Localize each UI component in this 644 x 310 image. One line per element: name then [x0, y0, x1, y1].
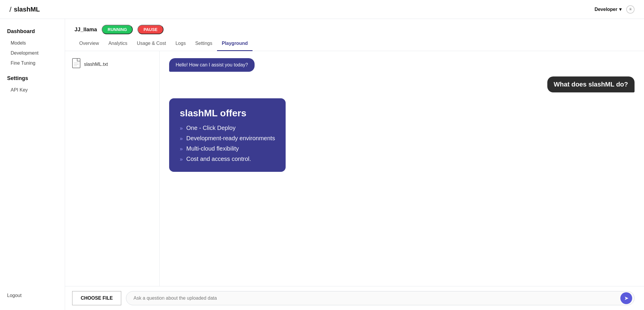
list-item: » One - Click Deploy: [180, 125, 275, 131]
bullet-icon: »: [180, 125, 183, 131]
chat-input[interactable]: [126, 291, 635, 305]
theme-toggle-button[interactable]: ☀: [626, 5, 635, 14]
tabs-nav: Overview Analytics Usage & Cost Logs Set…: [65, 37, 644, 51]
list-item-text: One - Click Deploy: [186, 125, 236, 131]
tab-usage-cost[interactable]: Usage & Cost: [132, 37, 171, 51]
send-icon: ➤: [624, 295, 629, 301]
file-item: slashML.txt: [72, 58, 152, 70]
list-item-text: Multi-cloud flexibility: [186, 145, 239, 152]
svg-rect-0: [72, 58, 80, 68]
card-title: slashML offers: [180, 108, 275, 119]
list-item: » Multi-cloud flexibility: [180, 145, 275, 152]
file-panel: slashML.txt: [65, 51, 160, 286]
assistant-card-bubble: slashML offers » One - Click Deploy » De…: [169, 98, 286, 172]
logo-slash-icon: /: [9, 5, 12, 14]
top-header: / slashML Developer ▾ ☀: [0, 0, 644, 19]
chat-area: Hello! How can I assist you today? What …: [160, 51, 644, 286]
chevron-down-icon: ▾: [619, 6, 622, 12]
header-right: Developer ▾ ☀: [595, 5, 635, 14]
bullet-icon: »: [180, 136, 183, 142]
tab-playground[interactable]: Playground: [217, 37, 253, 51]
sidebar-dashboard-title: Dashboard: [7, 28, 58, 35]
assistant-bubble: Hello! How can I assist you today?: [169, 58, 255, 72]
sidebar-settings-title: Settings: [7, 75, 58, 81]
message-row: What does slashML do?: [169, 76, 635, 92]
card-list: » One - Click Deploy » Development-ready…: [180, 125, 275, 162]
choose-file-button[interactable]: CHOOSE FILE: [72, 291, 121, 305]
file-name: slashML.txt: [84, 62, 108, 67]
logo-name: slashML: [14, 6, 40, 13]
pause-button[interactable]: PAUSE: [137, 25, 163, 34]
list-item-text: Development-ready environments: [186, 135, 275, 142]
chat-input-wrap: ➤: [126, 291, 635, 305]
sidebar-item-fine-tuning[interactable]: Fine Tuning: [7, 58, 58, 68]
developer-label: Developer: [595, 7, 617, 12]
tab-settings[interactable]: Settings: [190, 37, 217, 51]
running-badge[interactable]: RUNNING: [102, 25, 133, 34]
developer-menu-button[interactable]: Developer ▾: [595, 6, 622, 12]
bullet-icon: »: [180, 146, 183, 152]
sidebar-item-development[interactable]: Development: [7, 48, 58, 58]
sidebar-item-models[interactable]: Models: [7, 38, 58, 48]
list-item: » Cost and access control.: [180, 156, 275, 162]
main-content: JJ_llama RUNNING PAUSE Overview Analytic…: [65, 19, 644, 310]
bottom-bar: CHOOSE FILE ➤: [65, 286, 644, 310]
app-layout: Dashboard Models Development Fine Tuning…: [0, 0, 644, 310]
message-row: slashML offers » One - Click Deploy » De…: [169, 97, 635, 172]
user-bubble: What does slashML do?: [547, 76, 635, 92]
sidebar: Dashboard Models Development Fine Tuning…: [0, 19, 65, 310]
bullet-icon: »: [180, 156, 183, 162]
logo: / slashML: [9, 5, 40, 14]
sidebar-settings-section: Settings API Key: [7, 75, 58, 95]
logout-button[interactable]: Logout: [7, 291, 58, 301]
list-item: » Development-ready environments: [180, 135, 275, 142]
tab-overview[interactable]: Overview: [75, 37, 104, 51]
tab-logs[interactable]: Logs: [171, 37, 190, 51]
model-header: JJ_llama RUNNING PAUSE: [65, 19, 644, 34]
sun-icon: ☀: [628, 6, 632, 12]
message-row: Hello! How can I assist you today?: [169, 58, 635, 72]
playground-area: slashML.txt Hello! How can I assist you …: [65, 51, 644, 286]
sidebar-item-api-key[interactable]: API Key: [7, 85, 58, 95]
chat-messages: Hello! How can I assist you today? What …: [169, 58, 635, 279]
file-icon: [72, 58, 80, 70]
list-item-text: Cost and access control.: [186, 156, 251, 162]
send-button[interactable]: ➤: [620, 292, 632, 304]
tab-analytics[interactable]: Analytics: [104, 37, 132, 51]
model-name: JJ_llama: [75, 27, 97, 33]
